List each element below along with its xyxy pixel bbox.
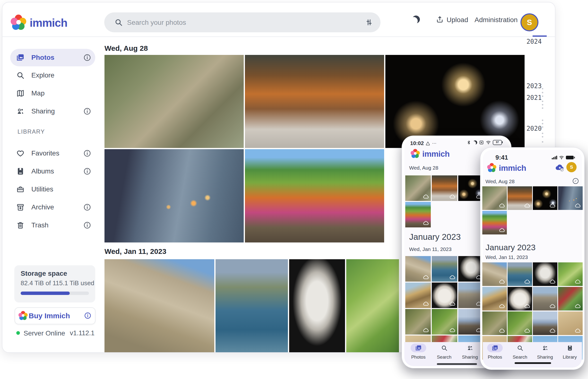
sidebar-item-explore[interactable]: Explore	[10, 66, 95, 84]
scrubber-year[interactable]: 2024	[525, 38, 543, 45]
sidebar-item-trash[interactable]: Trash	[10, 217, 95, 234]
photo-coastal-bay[interactable]	[216, 259, 288, 352]
thumb-lizard-moss[interactable]	[432, 309, 457, 334]
filter-sliders-icon[interactable]	[365, 18, 373, 27]
page: immich Upload Administration S Photos Ex…	[0, 0, 588, 379]
thumb-castle[interactable]	[482, 262, 507, 286]
photo-green-berries[interactable]	[346, 259, 399, 352]
nav-label: Search	[510, 354, 530, 360]
immich-logo-icon	[411, 149, 420, 159]
nav-photos[interactable]: Photos	[408, 345, 429, 360]
nav-sharing[interactable]: Sharing	[535, 345, 555, 360]
signal-bars-icon	[552, 156, 557, 159]
nav-label: Sharing	[460, 354, 480, 360]
scrubber-year[interactable]: 2020	[525, 125, 543, 132]
thumb-berries[interactable]	[558, 262, 583, 286]
home-indicator[interactable]	[437, 363, 477, 365]
bluetooth-icon	[466, 140, 471, 145]
storage-progress-track	[21, 292, 89, 295]
info-icon[interactable]	[83, 107, 91, 115]
select-all-check-icon[interactable]: ✓	[573, 178, 578, 184]
thumb-ruin-wall[interactable]	[533, 287, 557, 311]
nav-library[interactable]: Library	[559, 345, 580, 360]
administration-link[interactable]: Administration	[475, 16, 518, 24]
wifi-icon	[559, 155, 564, 160]
nav-sharing[interactable]: Sharing	[460, 345, 480, 360]
thumb-winter-church[interactable]	[533, 312, 557, 335]
dnd-moon-icon	[473, 141, 477, 144]
thumb-sculpture[interactable]	[432, 283, 457, 308]
thumb-monkeys[interactable]	[405, 175, 431, 201]
thumb-lizard[interactable]	[405, 309, 431, 334]
sidebar-item-label: Archive	[31, 203, 54, 211]
thumb-dinner[interactable]	[508, 186, 532, 210]
cloud-sync-icon[interactable]	[555, 163, 564, 172]
sidebar-item-map[interactable]: Map	[10, 85, 95, 102]
date-group-heading: Wed, Aug 28	[485, 179, 515, 184]
photo-holding-hands[interactable]	[104, 149, 244, 242]
thumb-beach-sand[interactable]	[558, 312, 583, 335]
storage-space-card: Storage space 82.4 TiB of 115.1 TiB used	[14, 265, 95, 302]
sidebar-item-photos[interactable]: Photos	[10, 49, 95, 66]
info-icon[interactable]	[83, 149, 91, 158]
photo-fireworks[interactable]	[385, 55, 524, 148]
thumb-beach-cliff[interactable]	[405, 283, 431, 308]
thumb-decorated-tree[interactable]	[558, 287, 583, 311]
photo-marble-bust[interactable]	[289, 259, 345, 352]
scrubber-year[interactable]: 2023	[525, 82, 543, 90]
sidebar-item-utilities[interactable]: Utilities	[10, 180, 95, 198]
sidebar-item-label: Trash	[31, 221, 48, 229]
sidebar-item-favorites[interactable]: Favorites	[10, 144, 95, 162]
thumb-castle[interactable]	[405, 256, 431, 282]
photo-dinner-table[interactable]	[245, 55, 384, 148]
thumb-dinner[interactable]	[432, 175, 457, 201]
home-indicator[interactable]	[515, 362, 551, 364]
info-icon[interactable]	[83, 203, 91, 211]
nav-photos[interactable]: Photos	[485, 345, 505, 360]
thumb-monkeys[interactable]	[482, 186, 507, 210]
photo-monkeys-zoo[interactable]	[104, 55, 244, 148]
thumb-sculpture[interactable]	[508, 287, 532, 311]
nav-search[interactable]: Search	[510, 345, 530, 360]
photo-autumn-path[interactable]	[245, 149, 384, 242]
photo-castle-walls[interactable]	[104, 259, 214, 352]
thumb-coast[interactable]	[508, 262, 532, 286]
search-input[interactable]	[127, 12, 361, 33]
upload-button[interactable]: Upload	[436, 15, 480, 25]
server-online-dot	[16, 331, 20, 335]
info-icon[interactable]	[83, 53, 91, 62]
thumb-autumn[interactable]	[405, 202, 431, 227]
thumb-fireworks[interactable]	[533, 186, 557, 210]
thumb-autumn[interactable]	[482, 211, 507, 235]
photos-icon	[415, 345, 422, 351]
archive-icon	[16, 203, 25, 211]
buy-immich-button[interactable]: Buy Immich	[15, 307, 95, 324]
header-divider	[2, 36, 555, 37]
explore-search-icon	[16, 71, 25, 79]
user-avatar[interactable]: S	[521, 13, 539, 31]
storage-title: Storage space	[21, 270, 67, 277]
info-icon[interactable]	[83, 167, 91, 175]
thumb-hands[interactable]	[558, 186, 583, 210]
thumb-beach-cliff[interactable]	[482, 287, 507, 311]
month-heading: January 2023	[485, 243, 536, 252]
nav-search[interactable]: Search	[434, 345, 454, 360]
sidebar-item-albums[interactable]: Albums	[10, 162, 95, 180]
thumb-lizard-moss[interactable]	[508, 312, 532, 335]
sidebar-item-sharing[interactable]: Sharing	[10, 103, 95, 120]
date-group-heading: Wed, Aug 28	[409, 165, 438, 171]
dark-mode-toggle-moon-icon[interactable]	[412, 16, 420, 23]
search-bar[interactable]	[104, 12, 381, 32]
info-icon[interactable]	[83, 221, 91, 229]
info-icon[interactable]	[84, 312, 92, 319]
sidebar-item-label: Utilities	[31, 185, 53, 193]
thumb-coast[interactable]	[432, 256, 457, 282]
thumb-bust[interactable]	[533, 262, 557, 286]
scrubber-year[interactable]: 2021	[525, 94, 543, 101]
toolbox-icon	[16, 185, 25, 193]
sidebar-item-archive[interactable]: Archive	[10, 199, 95, 216]
server-version: v1.112.1	[70, 330, 95, 337]
user-avatar[interactable]: S	[566, 162, 577, 172]
thumb-lizard[interactable]	[482, 312, 507, 335]
wifi-icon	[486, 140, 491, 145]
